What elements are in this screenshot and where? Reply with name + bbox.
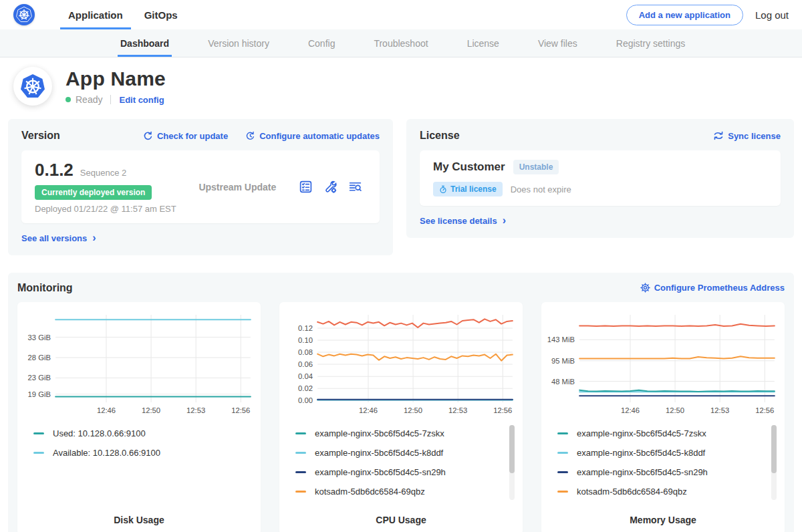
status-dot	[65, 97, 71, 102]
legend-color-dash	[295, 491, 306, 493]
divider	[110, 95, 111, 104]
license-card-title: License	[420, 130, 460, 142]
legend-item: example-nginx-5bc6f5d4c5-7zskx	[557, 424, 773, 443]
legend-item: example-nginx-5bc6f5d4c5-k8ddf	[295, 443, 511, 462]
sync-license-link[interactable]: Sync license	[713, 131, 781, 141]
app-header: App Name Ready Edit config	[0, 57, 802, 114]
sync-arrows-icon	[713, 131, 724, 140]
top-nav: ApplicationGitOps Add a new application …	[0, 0, 802, 29]
sub-tab-registry-settings[interactable]: Registry settings	[614, 29, 688, 57]
legend-label: example-nginx-5bc6f5d4c5-k8ddf	[577, 448, 705, 458]
license-card: License Sync license My C	[406, 119, 794, 238]
configure-automatic-updates-link[interactable]: Configure automatic updates	[245, 131, 380, 141]
top-nav-tabs: ApplicationGitOps	[57, 0, 188, 29]
legend-color-dash	[295, 432, 306, 434]
refresh-icon	[143, 131, 153, 141]
sub-tab-version-history[interactable]: Version history	[205, 29, 272, 57]
edit-config-link[interactable]: Edit config	[119, 95, 164, 105]
legend-item: Used: 10.128.0.66:9100	[33, 424, 249, 443]
svg-text:12:53: 12:53	[186, 406, 205, 414]
svg-text:12:50: 12:50	[666, 406, 684, 414]
config-wrench-icon[interactable]	[323, 180, 338, 194]
app-sub-nav: DashboardVersion historyConfigTroublesho…	[0, 29, 802, 57]
legend-item: kotsadm-5db6dc6584-69qbz	[295, 482, 511, 501]
legend-color-dash	[557, 432, 568, 434]
legend-item: example-nginx-5bc6f5d4c5-sn29h	[557, 462, 773, 482]
license-expiry: Does not expire	[511, 184, 571, 194]
svg-text:12:53: 12:53	[710, 406, 729, 414]
svg-text:28 GiB: 28 GiB	[28, 354, 51, 362]
svg-text:19 GiB: 19 GiB	[28, 390, 51, 398]
sub-tab-license[interactable]: License	[464, 29, 502, 57]
auto-update-clock-icon	[245, 131, 255, 141]
svg-text:12:56: 12:56	[493, 406, 512, 414]
legend-color-dash	[295, 471, 306, 473]
see-all-versions-link[interactable]: See all versions	[21, 233, 96, 245]
legend-label: example-nginx-5bc6f5d4c5-k8ddf	[315, 448, 443, 458]
legend-label: example-nginx-5bc6f5d4c5-sn29h	[577, 467, 708, 477]
sub-tab-config[interactable]: Config	[305, 29, 338, 57]
check-for-update-link[interactable]: Check for update	[143, 131, 228, 141]
svg-text:12:56: 12:56	[231, 406, 250, 414]
kubernetes-logo	[13, 4, 35, 25]
memory-usage-legend: example-nginx-5bc6f5d4c5-7zskxexample-ng…	[547, 424, 779, 501]
legend-label: example-nginx-5bc6f5d4c5-7zskx	[315, 428, 444, 438]
legend-scrollbar[interactable]	[771, 425, 777, 500]
stopwatch-icon	[439, 185, 447, 194]
legend-item: example-nginx-5bc6f5d4c5-sn29h	[295, 462, 511, 482]
sub-tab-troubleshoot[interactable]: Troubleshoot	[371, 29, 430, 57]
license-type-badge: Trial license	[433, 182, 503, 196]
svg-text:0.02: 0.02	[298, 384, 313, 392]
chart-title: CPU Usage	[285, 515, 517, 528]
svg-text:12:56: 12:56	[755, 406, 774, 414]
svg-text:12:46: 12:46	[621, 406, 640, 414]
svg-text:0.00: 0.00	[298, 396, 313, 404]
logout-button[interactable]: Log out	[755, 9, 789, 21]
top-tab-gitops[interactable]: GitOps	[134, 0, 188, 29]
disk-usage-legend: Used: 10.128.0.66:9100Available: 10.128.…	[23, 424, 255, 462]
legend-label: Available: 10.128.0.66:9100	[53, 448, 160, 458]
see-license-details-link[interactable]: See license details	[420, 215, 506, 227]
memory-usage-chart-card: 12:4612:5012:5312:56143 MiB95 MiB48 MiB …	[541, 302, 785, 532]
sub-tab-dashboard[interactable]: Dashboard	[118, 29, 172, 57]
svg-text:12:50: 12:50	[404, 406, 422, 414]
monitoring-title: Monitoring	[17, 282, 73, 294]
legend-color-dash	[295, 452, 306, 454]
svg-text:95 MiB: 95 MiB	[551, 356, 575, 364]
svg-text:143 MiB: 143 MiB	[547, 336, 575, 344]
current-version-row: 0.1.2 Sequence 2 Currently deployed vers…	[21, 150, 380, 223]
svg-text:0.04: 0.04	[298, 372, 313, 380]
sub-tab-view-files[interactable]: View files	[535, 29, 580, 57]
channel-badge: Unstable	[513, 160, 559, 174]
deployed-badge: Currently deployed version	[35, 185, 152, 200]
customer-name: My Customer	[433, 160, 505, 174]
top-tab-application[interactable]: Application	[57, 0, 134, 29]
legend-scrollbar[interactable]	[509, 425, 515, 500]
legend-label: example-nginx-5bc6f5d4c5-7zskx	[577, 428, 706, 438]
svg-text:0.12: 0.12	[298, 323, 313, 331]
legend-item: Available: 10.128.0.66:9100	[33, 443, 249, 462]
legend-color-dash	[33, 432, 44, 434]
svg-text:23 GiB: 23 GiB	[28, 374, 51, 382]
license-summary-row: My Customer Unstable Trial license	[420, 150, 781, 206]
legend-item: example-nginx-5bc6f5d4c5-7zskx	[295, 424, 511, 443]
scrollbar-thumb[interactable]	[771, 425, 777, 473]
page-title: App Name	[65, 68, 166, 90]
view-logs-icon[interactable]	[348, 180, 362, 194]
scrollbar-thumb[interactable]	[509, 425, 515, 473]
version-card-title: Version	[21, 130, 60, 142]
kubernetes-wheel-icon	[15, 6, 33, 23]
configure-prometheus-link[interactable]: Configure Prometheus Address	[640, 283, 785, 293]
kubernetes-wheel-icon	[19, 73, 46, 100]
legend-color-dash	[557, 452, 568, 454]
svg-text:0.08: 0.08	[298, 348, 313, 356]
cpu-usage-legend: example-nginx-5bc6f5d4c5-7zskxexample-ng…	[285, 424, 517, 501]
legend-label: Used: 10.128.0.66:9100	[53, 428, 146, 438]
version-card: Version Check for update	[8, 119, 393, 255]
gear-icon	[640, 283, 650, 293]
diff-checklist-icon[interactable]	[299, 180, 313, 194]
monitoring-section: Monitoring	[8, 273, 794, 532]
chart-title: Memory Usage	[547, 515, 779, 528]
add-application-button[interactable]: Add a new application	[626, 5, 743, 25]
cpu-usage-chart: 12:4612:5012:5312:560.120.100.080.060.04…	[285, 310, 517, 418]
